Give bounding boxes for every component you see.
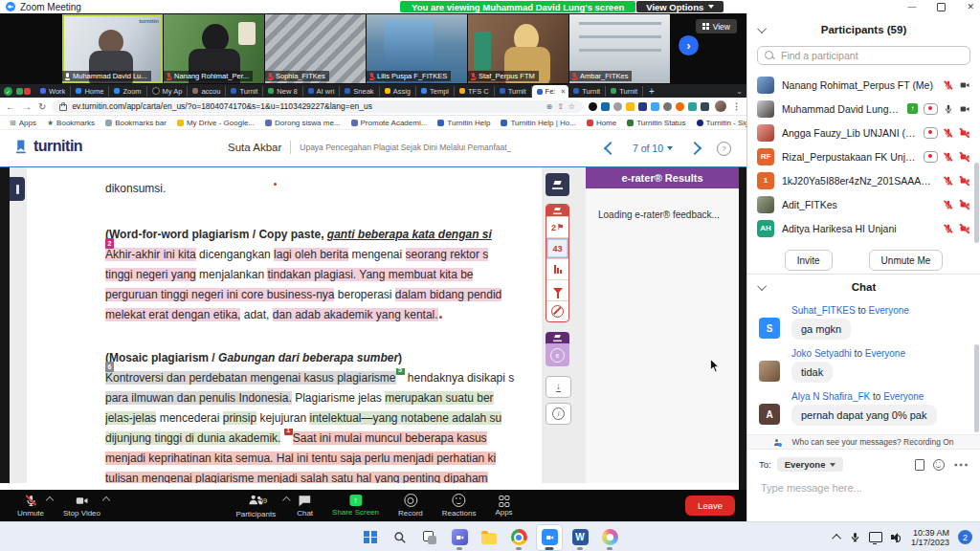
filter-button[interactable] — [546, 279, 568, 300]
browser-tab[interactable]: New 8 — [263, 86, 302, 97]
browser-tab[interactable]: My Ap — [147, 86, 189, 97]
browser-tab[interactable]: accou — [188, 86, 226, 97]
video-tile[interactable]: Ambar_FITKes — [569, 14, 670, 83]
invite-button[interactable]: Invite — [785, 250, 833, 271]
browser-tab[interactable]: Home — [71, 86, 109, 97]
unmute-me-button[interactable]: Unmute Me — [869, 250, 944, 271]
leave-button[interactable]: Leave — [685, 496, 735, 516]
bookmark-item[interactable]: ⊞Apps — [10, 119, 36, 127]
close-button[interactable]: ✕ — [967, 2, 974, 11]
zoom-app-button[interactable] — [536, 524, 563, 551]
participant-row[interactable]: Muhammad David Lung (Host) ↑ — [747, 97, 980, 121]
layers-button[interactable] — [546, 173, 569, 196]
browser-tab[interactable]: Turnit — [568, 86, 606, 97]
apps-button[interactable]: Apps — [485, 490, 522, 521]
participant-row[interactable]: 1 1kJ20Ya5I88er4zNz_201SAAAAABF8bmRyb... — [747, 168, 980, 192]
tab-overflow-chevron[interactable]: ⌄ — [736, 87, 743, 96]
similarity-badge[interactable]: 2 — [105, 238, 114, 249]
similarity-badge[interactable]: 5 — [396, 368, 405, 375]
video-tile[interactable]: Staf_Perpus FTM — [468, 14, 568, 83]
browser-tab[interactable]: Sneak — [340, 86, 379, 97]
emoji-icon[interactable] — [933, 459, 945, 471]
chat-scrollbar[interactable] — [974, 344, 979, 432]
excluded-sources-button[interactable] — [546, 300, 568, 321]
reactions-button[interactable]: Reactions — [433, 490, 486, 521]
minimize-button[interactable]: — — [907, 2, 916, 11]
url-field[interactable]: ev.turnitin.com/app/carta/en_us/?o=18040… — [52, 100, 583, 113]
thumbnail-panel-toggle[interactable] — [10, 177, 25, 201]
browser-tab-active[interactable]: Fe:✕ — [532, 85, 569, 98]
reload-button[interactable]: ↻ — [38, 101, 46, 112]
share-page-icon[interactable]: ⇧ — [557, 102, 564, 111]
bookmark-item[interactable]: Turnitin Status — [627, 119, 685, 127]
extension-icon[interactable] — [663, 102, 672, 111]
share-screen-button[interactable]: ↑ Share Screen — [323, 490, 389, 521]
unmute-button[interactable]: Unmute — [8, 490, 54, 521]
extension-icon[interactable] — [613, 102, 622, 111]
erater-button[interactable]: e — [546, 343, 569, 366]
browser-tab[interactable]: TFS C — [455, 86, 495, 97]
notification-badge[interactable]: 2 — [958, 530, 972, 544]
view-layout-button[interactable]: View — [696, 19, 737, 33]
chat-message-input[interactable] — [759, 481, 972, 495]
search-input[interactable] — [757, 46, 970, 65]
extension-icon[interactable] — [688, 102, 697, 111]
extension-icon[interactable] — [651, 102, 659, 111]
new-tab-button[interactable]: + — [649, 86, 655, 97]
more-options-icon[interactable]: ⋯ — [953, 455, 969, 474]
extension-icon[interactable] — [626, 102, 635, 111]
browser-tab[interactable]: Turnit — [495, 86, 532, 97]
taskbar-search-button[interactable] — [388, 525, 412, 550]
bookmark-item[interactable]: Dorong siswa me... — [265, 119, 340, 127]
record-button[interactable]: Record — [389, 490, 433, 521]
browser-profile-avatar[interactable] — [715, 100, 726, 112]
browser-tab[interactable]: Turnit — [226, 86, 263, 97]
video-tile[interactable]: Lilis Puspa F_FITKES — [367, 14, 467, 83]
browser-tab[interactable]: Zoom — [109, 86, 146, 97]
chevron-up-icon[interactable] — [46, 496, 54, 504]
teams-chat-button[interactable] — [447, 525, 472, 550]
video-tile[interactable]: turnitin Muhammad David Lu... — [62, 14, 163, 83]
bookmark-star-icon[interactable]: ☆ — [568, 102, 575, 111]
browser-tab[interactable]: Turnit — [606, 86, 643, 97]
browser-tab[interactable]: AI wri — [303, 86, 341, 97]
bookmark-item[interactable]: My Drive - Google... — [177, 119, 255, 127]
bookmark-item[interactable]: Home — [587, 119, 616, 127]
word-button[interactable]: W — [568, 525, 592, 550]
participant-row[interactable]: Nanang Rohimat_Perpus FT (Me) — [747, 73, 980, 97]
sources-overview-button[interactable] — [546, 258, 568, 279]
participant-row[interactable]: RF Rizal_Perpustakaan FK Unjani (Co-host… — [747, 144, 980, 168]
chat-button[interactable]: Chat — [287, 490, 323, 521]
similarity-badge[interactable]: 1 — [284, 429, 293, 435]
extension-icon[interactable] — [701, 102, 709, 111]
tray-chevron-icon[interactable] — [835, 534, 841, 540]
participant-row[interactable]: Adit_FITKes — [747, 192, 980, 216]
extension-icon[interactable] — [601, 102, 610, 111]
recipient-selector[interactable]: Everyone — [777, 457, 844, 472]
extension-icon[interactable] — [589, 102, 597, 111]
next-videos-button[interactable]: › — [679, 35, 699, 55]
tray-clock[interactable]: 10:39 AM 1/17/2023 — [911, 528, 949, 547]
bookmark-item[interactable]: Turnitin Help | Ho... — [501, 119, 575, 127]
pinned-tab[interactable] — [16, 88, 31, 95]
chevron-up-icon[interactable] — [102, 496, 110, 504]
participant-row[interactable]: AH Aditya Harikesa HI Unjani — [747, 216, 980, 240]
page-selector[interactable]: 7 of 10 — [633, 143, 673, 154]
paint-button[interactable] — [597, 525, 622, 550]
tray-network-icon[interactable] — [869, 532, 882, 542]
video-tile[interactable]: Nanang Rohimat_Per... — [164, 14, 264, 83]
forward-button[interactable]: → — [22, 101, 32, 112]
tray-volume-icon[interactable] — [891, 533, 902, 542]
back-button[interactable]: ← — [6, 101, 15, 112]
help-button[interactable]: ? — [717, 142, 731, 156]
view-options-button[interactable]: View Options — [636, 1, 724, 12]
task-view-button[interactable] — [417, 525, 442, 550]
similarity-score-button[interactable]: 43 — [546, 237, 568, 258]
collapse-chevron-icon[interactable] — [757, 24, 767, 33]
previous-page-button[interactable] — [604, 142, 617, 155]
bookmark-item[interactable]: ★Bookmarks — [47, 119, 95, 127]
extension-icon[interactable] — [638, 102, 647, 111]
participant-row[interactable]: Angga Fauzy_Lib UNJANI (Co-host) — [747, 121, 980, 144]
profile-check-icon[interactable]: ✓ — [4, 87, 12, 96]
collapse-chevron-icon[interactable] — [757, 281, 767, 291]
